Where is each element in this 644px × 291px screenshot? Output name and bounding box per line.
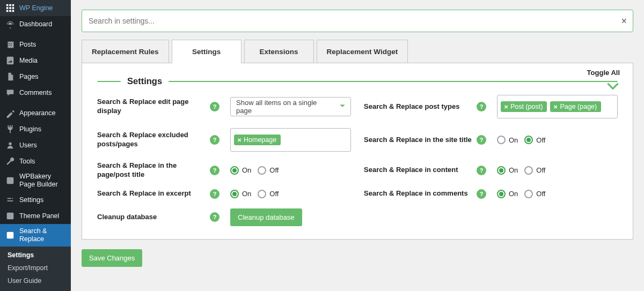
appearance-icon xyxy=(5,108,15,118)
toggle-all-link[interactable]: Toggle All xyxy=(587,69,620,77)
row-content: Search & Replace in content ? OnOff xyxy=(364,161,618,180)
clear-search-icon[interactable]: ✕ xyxy=(621,17,627,25)
sidebar-item-appearance[interactable]: Appearance xyxy=(0,105,71,121)
searchreplace-icon xyxy=(5,230,15,240)
radio-label: On xyxy=(242,166,251,174)
radio-comments-off[interactable]: Off xyxy=(524,190,545,198)
sidebar-item-label: WP Engine xyxy=(19,4,53,12)
help-icon[interactable]: ? xyxy=(477,189,486,199)
radio-content-on[interactable]: On xyxy=(497,166,518,175)
excluded-tagbox[interactable]: ✕Homepage xyxy=(230,128,351,152)
tag[interactable]: ✕Page (page) xyxy=(550,101,601,112)
label-cleanup: Cleanup database xyxy=(97,213,210,222)
radio-dot-icon xyxy=(524,190,533,198)
sidebar-item-wp-engine[interactable]: WP Engine xyxy=(0,0,71,16)
tab-settings[interactable]: Settings xyxy=(172,40,241,63)
wpbakery-icon xyxy=(5,176,15,185)
collapse-chevron-icon[interactable] xyxy=(606,79,620,95)
cleanup-database-button[interactable]: Cleanup database xyxy=(230,208,302,226)
settings-grid: Search & Replace edit page display ? Sho… xyxy=(97,95,618,226)
radio-dot-icon xyxy=(258,190,266,198)
sidebar-sub-export-import[interactable]: Export/Import xyxy=(0,262,71,274)
help-icon[interactable]: ? xyxy=(210,189,219,199)
display-select[interactable]: Show all items on a single page xyxy=(230,97,351,116)
wpengine-icon xyxy=(5,3,15,13)
label-pagetitle: Search & Replace in the page/post title xyxy=(97,161,210,180)
tag-label: Post (post) xyxy=(510,103,543,110)
settings-search-input[interactable] xyxy=(82,10,633,32)
sidebar-item-users[interactable]: Users xyxy=(0,137,71,153)
radio-dot-icon xyxy=(497,190,506,198)
sidebar-item-tools[interactable]: Tools xyxy=(0,153,71,169)
tag-label: Homepage xyxy=(244,136,276,144)
help-icon[interactable]: ? xyxy=(477,166,486,175)
sidebar-item-comments[interactable]: Comments xyxy=(0,85,71,101)
tag[interactable]: ✕Post (post) xyxy=(501,101,547,112)
sidebar-item-label: Dashboard xyxy=(19,20,52,28)
help-icon[interactable]: ? xyxy=(477,135,486,145)
sidebar-item-dashboard[interactable]: Dashboard xyxy=(0,16,71,32)
sidebar-item-settings[interactable]: Settings xyxy=(0,192,71,208)
help-icon[interactable]: ? xyxy=(210,166,219,175)
sidebar-sub-user-guide[interactable]: User Guide xyxy=(0,274,71,287)
row-comments: Search & Replace in comments ? OnOff xyxy=(364,189,618,199)
tabs: Replacement RulesSettingsExtensionsRepla… xyxy=(82,40,633,63)
sidebar-sub-settings[interactable]: Settings xyxy=(0,249,71,262)
save-changes-button[interactable]: Save Changes xyxy=(82,249,142,267)
settings-panel: Toggle All Settings Search & Replace edi… xyxy=(82,63,633,240)
row-sitetitle: Search & Replace in the site title ? OnO… xyxy=(364,128,618,152)
row-posttypes: Search & Replace post types ? ✕Post (pos… xyxy=(364,95,618,118)
help-icon[interactable]: ? xyxy=(210,135,219,145)
help-icon[interactable]: ? xyxy=(210,102,219,111)
section-header: Settings xyxy=(97,76,618,86)
radio-dot-icon xyxy=(524,136,533,144)
sidebar-item-posts[interactable]: Posts xyxy=(0,36,71,53)
posttypes-tagbox[interactable]: ✕Post (post)✕Page (page) xyxy=(497,95,618,118)
help-icon[interactable]: ? xyxy=(477,102,486,111)
sidebar-item-theme-panel[interactable]: Theme Panel xyxy=(0,208,71,224)
radio-pagetitle-off[interactable]: Off xyxy=(258,166,279,175)
remove-tag-icon[interactable]: ✕ xyxy=(553,104,558,110)
radio-excerpt-on[interactable]: On xyxy=(230,190,251,198)
radio-content-off[interactable]: Off xyxy=(524,166,545,175)
sidebar-item-label: WPBakery Page Builder xyxy=(19,173,65,189)
sidebar-item-label: Appearance xyxy=(19,109,55,117)
sidebar-item-plugins[interactable]: Plugins xyxy=(0,121,71,137)
tag[interactable]: ✕Homepage xyxy=(234,135,281,145)
radio-label: Off xyxy=(536,166,545,174)
comments-icon xyxy=(5,88,15,98)
radio-sitetitle-on[interactable]: On xyxy=(497,136,518,144)
tools-icon xyxy=(5,156,15,166)
plugins-icon xyxy=(5,124,15,134)
radio-label: On xyxy=(509,136,518,144)
label-sitetitle: Search & Replace in the site title xyxy=(364,136,477,145)
radio-label: Off xyxy=(536,190,545,198)
row-cleanup: Cleanup database ? Cleanup database xyxy=(97,208,351,226)
sidebar-item-wpbakery-page-builder[interactable]: WPBakery Page Builder xyxy=(0,169,71,192)
label-content: Search & Replace in content xyxy=(364,166,477,175)
sidebar-sub-license[interactable]: License xyxy=(0,287,71,291)
radio-dot-icon xyxy=(497,166,506,175)
sidebar-item-pages[interactable]: Pages xyxy=(0,69,71,85)
sidebar-item-label: Search & Replace xyxy=(19,227,65,243)
main-content: ✕ Replacement RulesSettingsExtensionsRep… xyxy=(71,0,644,291)
sidebar-item-label: Plugins xyxy=(19,125,41,133)
section-title: Settings xyxy=(127,76,162,86)
sidebar-item-media[interactable]: Media xyxy=(0,53,71,69)
settings-icon xyxy=(5,195,15,205)
radio-comments-on[interactable]: On xyxy=(497,190,518,198)
radio-excerpt-off[interactable]: Off xyxy=(258,190,279,198)
users-icon xyxy=(5,140,15,150)
radio-pagetitle-on[interactable]: On xyxy=(230,166,251,175)
help-icon[interactable]: ? xyxy=(210,212,219,222)
sidebar-item-search-replace[interactable]: Search & Replace xyxy=(0,224,71,247)
row-excluded: Search & Replace excluded posts/pages ? … xyxy=(97,128,351,152)
remove-tag-icon[interactable]: ✕ xyxy=(237,137,241,143)
radio-dot-icon xyxy=(524,166,533,175)
tab-replacement-rules[interactable]: Replacement Rules xyxy=(82,40,169,63)
remove-tag-icon[interactable]: ✕ xyxy=(504,104,508,110)
radio-sitetitle-off[interactable]: Off xyxy=(524,136,545,144)
tab-replacement-widget[interactable]: Replacement Widget xyxy=(317,40,408,63)
tab-extensions[interactable]: Extensions xyxy=(244,40,314,63)
label-posttypes: Search & Replace post types xyxy=(364,102,477,111)
